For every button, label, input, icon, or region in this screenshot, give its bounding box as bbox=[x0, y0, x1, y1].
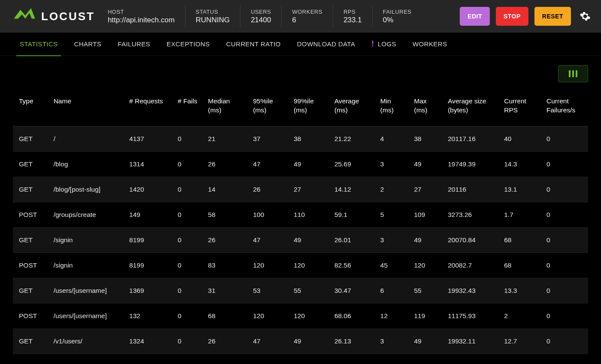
cell-avg: 25.69 bbox=[328, 151, 374, 177]
cell-avg-size: 19932.43 bbox=[442, 278, 498, 303]
nav-tabs: STATISTICS CHARTS FAILURES EXCEPTIONS CU… bbox=[0, 33, 601, 56]
cell-rps: 14.3 bbox=[498, 151, 540, 177]
settings-icon[interactable] bbox=[580, 11, 591, 22]
cell-type: GET bbox=[13, 151, 48, 177]
tab-exceptions[interactable]: EXCEPTIONS bbox=[167, 33, 210, 56]
cell-type: GET bbox=[13, 177, 48, 202]
cell-name: /blog bbox=[48, 151, 123, 177]
col-fails[interactable]: # Fails bbox=[172, 86, 202, 126]
cell-p95: 100 bbox=[247, 202, 288, 227]
cell-max: 38 bbox=[408, 126, 442, 151]
table-row: GET/blog/[post-slug]1420014262714.122272… bbox=[13, 177, 588, 202]
cell-avg-size: 3273.26 bbox=[442, 202, 498, 227]
cell-max: 49 bbox=[408, 227, 442, 253]
reset-button[interactable]: RESET bbox=[534, 7, 571, 26]
cell-failures-s: 0 bbox=[540, 303, 588, 328]
cell-name: /signin bbox=[48, 227, 123, 253]
cell-type: GET bbox=[13, 126, 48, 151]
metric-users-value: 21400 bbox=[251, 16, 271, 24]
cell-name: /groups/create bbox=[48, 202, 123, 227]
cell-median: 14 bbox=[202, 177, 247, 202]
tab-failures[interactable]: FAILURES bbox=[118, 33, 150, 56]
table-row: POST/groups/create14905810011059.1510932… bbox=[13, 202, 588, 227]
tab-statistics[interactable]: STATISTICS bbox=[20, 33, 58, 56]
cell-requests: 8199 bbox=[123, 227, 172, 253]
cell-p95: 47 bbox=[247, 328, 288, 354]
col-p95[interactable]: 95%ile (ms) bbox=[247, 86, 288, 126]
cell-requests: 1369 bbox=[123, 278, 172, 303]
cell-rps: 2 bbox=[498, 303, 540, 328]
cell-avg: 82.56 bbox=[328, 253, 374, 278]
cell-avg-size: 11175.93 bbox=[442, 303, 498, 328]
metric-status-value: RUNNING bbox=[196, 16, 230, 24]
cell-type: POST bbox=[13, 303, 48, 328]
header-actions: EDIT STOP RESET bbox=[460, 7, 591, 26]
cell-min: 6 bbox=[374, 278, 408, 303]
metric-host: HOST http://api.initech.com bbox=[108, 6, 185, 27]
table-row: GET/users/[username]1369031535530.476551… bbox=[13, 278, 588, 303]
table-row: GET/signin8199026474926.0134920070.84680 bbox=[13, 227, 588, 253]
cell-fails: 0 bbox=[172, 177, 202, 202]
col-min[interactable]: Min (ms) bbox=[374, 86, 408, 126]
cell-avg-size: 20070.84 bbox=[442, 227, 498, 253]
cell-name: /users/[username] bbox=[48, 278, 123, 303]
tab-current-ratio[interactable]: CURRENT RATIO bbox=[226, 33, 281, 56]
cell-p99: 27 bbox=[288, 177, 328, 202]
toolbar bbox=[0, 56, 601, 86]
edit-button[interactable]: EDIT bbox=[460, 7, 490, 26]
cell-rps: 68 bbox=[498, 253, 540, 278]
tab-workers[interactable]: WORKERS bbox=[413, 33, 447, 56]
stats-table: Type Name # Requests # Fails Median (ms)… bbox=[13, 86, 588, 354]
cell-avg: 26.01 bbox=[328, 227, 374, 253]
cell-median: 26 bbox=[202, 227, 247, 253]
metric-rps-label: RPS bbox=[343, 9, 362, 15]
col-avg[interactable]: Average (ms) bbox=[328, 86, 374, 126]
cell-fails: 0 bbox=[172, 151, 202, 177]
cell-name: /signin bbox=[48, 253, 123, 278]
cell-p95: 120 bbox=[247, 303, 288, 328]
col-median[interactable]: Median (ms) bbox=[202, 86, 247, 126]
cell-p95: 120 bbox=[247, 253, 288, 278]
top-bar: LOCUST HOST http://api.initech.com STATU… bbox=[0, 0, 601, 33]
stop-button[interactable]: STOP bbox=[496, 7, 528, 26]
tab-logs[interactable]: LOGS bbox=[371, 33, 396, 56]
cell-p95: 47 bbox=[247, 151, 288, 177]
stats-table-wrap: Type Name # Requests # Fails Median (ms)… bbox=[0, 86, 601, 354]
cell-fails: 0 bbox=[172, 278, 202, 303]
cell-median: 21 bbox=[202, 126, 247, 151]
col-type[interactable]: Type bbox=[13, 86, 48, 126]
col-max[interactable]: Max (ms) bbox=[408, 86, 442, 126]
col-failures-s[interactable]: Current Failures/s bbox=[540, 86, 588, 126]
col-name[interactable]: Name bbox=[48, 86, 123, 126]
cell-rps: 13.1 bbox=[498, 177, 540, 202]
cell-rps: 40 bbox=[498, 126, 540, 151]
cell-type: POST bbox=[13, 253, 48, 278]
columns-icon bbox=[569, 70, 577, 77]
metric-users-label: USERS bbox=[251, 9, 271, 15]
col-requests[interactable]: # Requests bbox=[123, 86, 172, 126]
cell-min: 4 bbox=[374, 126, 408, 151]
cell-avg: 59.1 bbox=[328, 202, 374, 227]
cell-avg-size: 20116 bbox=[442, 177, 498, 202]
tab-download-data[interactable]: DOWNLOAD DATA bbox=[297, 33, 355, 56]
cell-p99: 55 bbox=[288, 278, 328, 303]
metric-failures-label: FAILURES bbox=[383, 9, 412, 15]
cell-min: 3 bbox=[374, 328, 408, 354]
cell-median: 31 bbox=[202, 278, 247, 303]
cell-requests: 1420 bbox=[123, 177, 172, 202]
cell-avg: 26.13 bbox=[328, 328, 374, 354]
header-metrics: HOST http://api.initech.com STATUS RUNNI… bbox=[108, 6, 422, 27]
table-row: POST/signin819908312012082.564512020082.… bbox=[13, 253, 588, 278]
cell-name: /v1/users/ bbox=[48, 328, 123, 354]
cell-max: 49 bbox=[408, 151, 442, 177]
col-avg-size[interactable]: Average size (bytes) bbox=[442, 86, 498, 126]
tab-charts[interactable]: CHARTS bbox=[74, 33, 101, 56]
col-rps[interactable]: Current RPS bbox=[498, 86, 540, 126]
cell-requests: 132 bbox=[123, 303, 172, 328]
cell-avg: 14.12 bbox=[328, 177, 374, 202]
columns-toggle-button[interactable] bbox=[558, 65, 588, 82]
cell-min: 3 bbox=[374, 227, 408, 253]
cell-requests: 8199 bbox=[123, 253, 172, 278]
col-p99[interactable]: 99%ile (ms) bbox=[288, 86, 328, 126]
metric-users: USERS 21400 bbox=[240, 6, 281, 27]
